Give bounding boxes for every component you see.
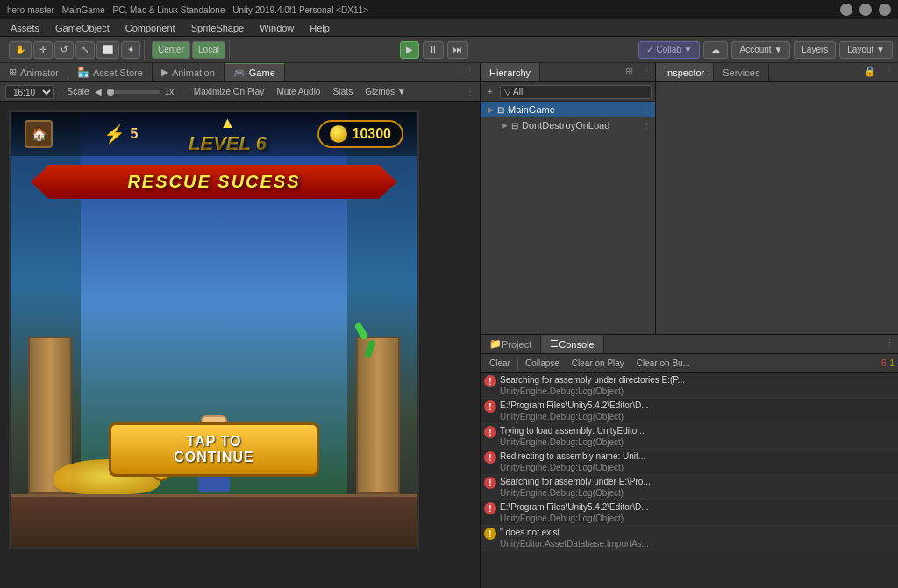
stats-button[interactable]: Stats xyxy=(329,86,356,97)
hierarchy-search-input[interactable] xyxy=(500,85,652,99)
aspect-ratio-select[interactable]: 16:10 xyxy=(5,85,54,99)
log-entry-3[interactable]: ! Redirecting to assembly name: Unit... … xyxy=(481,450,898,475)
project-tab[interactable]: 📁 Project xyxy=(481,335,541,353)
minimize-button[interactable] xyxy=(840,4,852,16)
collapse-button[interactable]: Collapse xyxy=(520,358,565,369)
account-dropdown-button[interactable]: Account ▼ xyxy=(731,41,790,59)
tap-to-continue-button[interactable]: TAP TO CONTINUE xyxy=(109,422,319,477)
tool-rotate[interactable]: ↺ xyxy=(54,41,74,59)
tab-animator[interactable]: ⊞ Animator xyxy=(0,63,68,81)
layout-button[interactable]: Layout ▼ xyxy=(839,41,893,59)
game-canvas: 🏠 ⚡ 5 ▲ LEVEL 6 10300 xyxy=(0,102,480,588)
tool-transform[interactable]: ✦ xyxy=(121,41,140,59)
scale-value: 1x xyxy=(165,87,175,96)
menu-help[interactable]: Help xyxy=(303,21,337,35)
inspector-overflow-button[interactable]: ⋮ xyxy=(881,63,898,81)
pause-button[interactable]: ⏸ xyxy=(423,41,444,59)
tool-move[interactable]: ✛ xyxy=(33,41,53,59)
tab-game[interactable]: 🎮 Game xyxy=(224,63,285,81)
maximize-on-play-button[interactable]: Maximize On Play xyxy=(190,86,268,97)
error-icon-1: ! xyxy=(484,400,496,413)
scale-handle[interactable] xyxy=(107,89,114,96)
clear-on-build-button[interactable]: Clear on Bu... xyxy=(631,358,695,369)
pivot-center-button[interactable]: Center xyxy=(152,41,190,59)
coins-small: ⚡ 5 xyxy=(103,124,139,145)
log-entry-5[interactable]: ! E:\Program Files\Unity5.4.2\Editor\D..… xyxy=(481,500,898,526)
tool-hand[interactable]: ✋ xyxy=(9,41,32,59)
error-icon-2: ! xyxy=(484,426,496,438)
menu-assets[interactable]: Assets xyxy=(4,21,46,35)
error-count: 6 xyxy=(881,358,887,368)
tree-item-dontdestroyonload[interactable]: ▶ ⊟ DontDestroyOnLoad ⋮ xyxy=(481,117,655,133)
tool-rect[interactable]: ⬜ xyxy=(96,41,119,59)
scale-slider[interactable] xyxy=(107,90,160,94)
menu-spriteshape[interactable]: SpriteShape xyxy=(184,21,252,35)
hierarchy-panel: Hierarchy ⊞ ⋮ + ▶ ⊟ MainGame ⋮ xyxy=(481,63,656,334)
log-entry-4[interactable]: ! Searching for assembly under E:\Pro...… xyxy=(481,475,898,500)
pillar-right xyxy=(356,337,400,494)
space-local-button[interactable]: Local xyxy=(192,41,225,59)
layers-button[interactable]: Layers xyxy=(794,41,836,59)
close-button[interactable] xyxy=(879,4,891,16)
tree-item-menu-icon[interactable]: ⋮ xyxy=(642,104,655,116)
clear-on-play-button[interactable]: Clear on Play xyxy=(567,358,630,369)
tab-overflow-button[interactable]: ⋮ xyxy=(460,63,480,81)
log-text-3: Redirecting to assembly name: Unit... Un… xyxy=(500,450,645,473)
clear-button[interactable]: Clear xyxy=(484,358,516,369)
gizmos-button[interactable]: Gizmos ▼ xyxy=(361,86,410,97)
toolbar-separator xyxy=(517,358,518,370)
menu-bar: Assets GameObject Component SpriteShape … xyxy=(0,19,898,37)
toolbar-right: ✓ Collab ▼ ☁ Account ▼ Layers Layout ▼ xyxy=(638,41,893,59)
collab-button[interactable]: ✓ Collab ▼ xyxy=(638,41,700,59)
window-controls xyxy=(840,4,891,16)
game-toolbar: 16:10 | Scale ◀ 1x | Maximize On Play Mu… xyxy=(0,82,480,102)
log-entry-0[interactable]: ! Searching for assembly under directori… xyxy=(481,373,898,399)
tree-item-maingame[interactable]: ▶ ⊟ MainGame ⋮ xyxy=(481,102,655,117)
log-entry-1[interactable]: ! E:\Program Files\Unity5.4.2\Editor\D..… xyxy=(481,399,898,424)
log-filters: 6 1 xyxy=(881,358,894,368)
cloud-icon: ☁ xyxy=(711,45,720,54)
inspector-lock-button[interactable]: 🔒 xyxy=(859,63,881,81)
hierarchy-tree: ▶ ⊟ MainGame ⋮ ▶ ⊟ DontDestroyOnLoad ⋮ xyxy=(481,102,655,133)
pivot-group: Center Local xyxy=(148,40,230,60)
mute-audio-button[interactable]: Mute Audio xyxy=(273,86,324,97)
level-text: LEVEL 6 xyxy=(189,132,267,155)
log-text-4: Searching for assembly under E:\Pro... U… xyxy=(500,476,651,499)
project-icon: 📁 xyxy=(489,338,502,350)
console-tab-overflow[interactable]: ⋮ xyxy=(881,335,898,353)
console-tab[interactable]: ☰ Console xyxy=(541,335,603,353)
log-text-5: E:\Program Files\Unity5.4.2\Editor\D... … xyxy=(500,501,649,524)
inspector-tab[interactable]: Inspector xyxy=(656,63,714,81)
log-text-6: '' does not exist UnityEditor.AssetDatab… xyxy=(500,527,649,549)
services-tab[interactable]: Services xyxy=(714,63,769,81)
menu-window[interactable]: Window xyxy=(253,21,301,35)
play-button[interactable]: ▶ xyxy=(400,41,419,59)
game-toolbar-overflow[interactable]: ⋮ xyxy=(466,87,474,96)
tab-animation[interactable]: ▶ Animation xyxy=(153,63,224,81)
hierarchy-tab[interactable]: Hierarchy xyxy=(481,63,540,81)
hierarchy-lock-button[interactable]: ⊞ xyxy=(620,63,638,81)
rescue-banner: RESCUE SUCESS xyxy=(11,165,417,199)
hierarchy-overflow-button[interactable]: ⋮ xyxy=(638,63,655,81)
menu-gameobject[interactable]: GameObject xyxy=(48,21,117,35)
main-layout: ⊞ Animator 🏪 Asset Store ▶ Animation 🎮 G… xyxy=(0,63,898,588)
home-button-game: 🏠 xyxy=(25,120,53,148)
console-tab-bar: 📁 Project ☰ Console ⋮ xyxy=(481,335,898,354)
menu-component[interactable]: Component xyxy=(118,21,182,35)
tool-scale[interactable]: ⤡ xyxy=(75,41,95,59)
step-button[interactable]: ⏭ xyxy=(447,41,468,59)
level-display: ▲ LEVEL 6 xyxy=(189,114,267,155)
coin-icon xyxy=(330,125,347,143)
maximize-button[interactable] xyxy=(859,4,872,16)
game-icon: 🎮 xyxy=(233,67,246,79)
account-button[interactable]: ☁ xyxy=(703,41,728,59)
tab-asset-store[interactable]: 🏪 Asset Store xyxy=(68,63,153,81)
log-entry-2[interactable]: ! Trying to load assembly: UnityEdito...… xyxy=(481,424,898,450)
log-entry-6[interactable]: ! '' does not exist UnityEditor.AssetDat… xyxy=(481,526,898,551)
store-icon: 🏪 xyxy=(77,67,89,78)
collab-check-icon: ✓ xyxy=(646,45,653,54)
tree-item-menu-icon-2[interactable]: ⋮ xyxy=(642,120,655,131)
scale-label: Scale xyxy=(68,87,89,96)
hierarchy-add-button[interactable]: + xyxy=(484,86,496,97)
playback-controls: ▶ ⏸ ⏭ xyxy=(233,41,636,59)
